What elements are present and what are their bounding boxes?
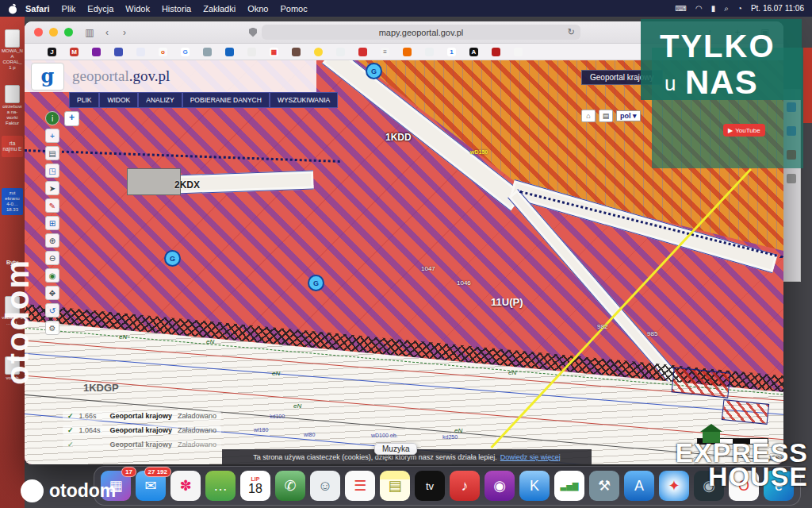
numbers-dock-icon[interactable]: ▃▅▇ [554, 471, 584, 501]
favorite-icon-18[interactable] [425, 48, 434, 56]
info-tool-icon[interactable]: i [45, 111, 59, 125]
history-tool-icon[interactable]: ↺ [45, 303, 59, 318]
favorite-icon-16[interactable]: ≡ [381, 48, 389, 56]
parking-block [127, 168, 181, 195]
privacy-shield-icon[interactable] [249, 28, 257, 37]
site-menu-widok[interactable]: WIDOK [99, 92, 138, 108]
zoom-window-button[interactable] [64, 28, 73, 37]
close-window-button[interactable] [34, 28, 43, 37]
settings-tool-icon[interactable]: ⚙ [45, 321, 59, 335]
app-store-dock-icon[interactable]: A [624, 471, 654, 501]
photos-dock-icon[interactable]: ✽ [170, 471, 201, 501]
menu-edycja[interactable]: Edycja [87, 4, 113, 13]
favorite-icon-3[interactable] [92, 48, 101, 56]
favorite-icon-13[interactable] [314, 48, 323, 56]
contacts-dock-icon[interactable]: ☺ [310, 471, 340, 501]
sidebar-icon[interactable]: ▥ [81, 27, 98, 38]
messages-dock-icon[interactable]: … [205, 471, 236, 501]
favorite-icon-21[interactable] [492, 48, 500, 56]
reload-icon[interactable]: ↻ [568, 27, 575, 37]
search-icon[interactable]: ⌕ [724, 4, 729, 13]
zoom-out-tool-icon[interactable]: ⊖ [45, 251, 59, 265]
layer-load-status: ✓1.064sGeoportal krajowyZaładowano [63, 425, 221, 435]
favorite-icon-5[interactable] [136, 48, 145, 56]
favorite-icon-12[interactable] [292, 48, 301, 56]
menu-pomoc[interactable]: Pomoc [280, 4, 307, 13]
podcasts-dock-icon[interactable]: ◉ [485, 471, 515, 501]
favorite-icon-22[interactable] [514, 48, 523, 56]
favorite-icon-1[interactable]: J [48, 48, 56, 56]
layers-tool-icon[interactable]: ▤ [45, 146, 59, 160]
language-select[interactable]: pol ▾ [616, 110, 641, 121]
notes-dock-icon[interactable]: ▤ [380, 471, 410, 501]
check-icon: ✓ [67, 426, 74, 434]
favorite-icon-2[interactable]: M [70, 48, 79, 56]
favorite-icon-9[interactable] [225, 48, 234, 56]
select-tool-icon[interactable]: ➤ [45, 181, 59, 195]
back-icon[interactable]: ‹ [98, 27, 116, 38]
favorite-icon-17[interactable] [403, 48, 412, 56]
zoom-in-tool-icon[interactable]: ⊕ [45, 233, 59, 248]
cookie-more-link[interactable]: Dowiedz się więcej [500, 453, 561, 461]
battery-icon[interactable]: ▮ [711, 4, 716, 13]
globe-tool-icon[interactable]: ◉ [45, 268, 59, 283]
favorite-icon-14[interactable] [336, 48, 345, 56]
reminders-dock-icon[interactable]: ☰ [345, 471, 375, 501]
favorite-icon-20[interactable]: A [469, 48, 478, 56]
mail-dock-icon[interactable]: ✉27 192 [136, 471, 166, 501]
favorite-icon-7[interactable]: G [181, 48, 190, 56]
facetime-dock-icon[interactable]: ✆ [275, 471, 305, 501]
favorite-icon-4[interactable] [114, 48, 123, 56]
minimize-window-button[interactable] [49, 28, 58, 37]
favorite-icon-10[interactable] [247, 48, 256, 56]
otodom-watermark-logo: otodom [21, 479, 116, 502]
legend-tool-icon[interactable]: ◳ [45, 164, 59, 178]
apple-tv-dock-icon[interactable]: tv [415, 471, 445, 501]
menu-safari[interactable]: Safari [25, 4, 50, 13]
cookie-text: Ta strona używa ciasteczek (cookies), dz… [253, 453, 497, 461]
dock-tooltip: Muzyka [374, 443, 417, 455]
menu-historia[interactable]: Historia [162, 4, 191, 13]
utilities-dock-icon[interactable]: ⚒ [589, 471, 619, 501]
otodom-logo-disc [21, 479, 44, 502]
pan-tool-icon[interactable]: ✥ [45, 286, 59, 300]
menu-widok[interactable]: Widok [125, 4, 150, 13]
desktop-file-1[interactable]: otrzebowa na-worki Faktur [2, 85, 23, 126]
express-house-watermark: EXPRESS HOUSE [675, 441, 808, 489]
music-dock-icon[interactable]: ♪ [450, 471, 480, 501]
site-menu-plik[interactable]: PLIK [69, 92, 99, 108]
check-icon: ✓ [67, 441, 74, 448]
favorite-icon-11[interactable]: ▦ [270, 48, 278, 56]
map-label-en: eN [272, 370, 280, 377]
forward-icon[interactable]: › [116, 27, 133, 38]
map-label-en: eN [454, 427, 462, 434]
menu-okno[interactable]: Okno [247, 4, 268, 13]
site-menu-analizy[interactable]: ANALIZY [138, 92, 182, 108]
site-menu-wyszukiwania[interactable]: WYSZUKIWANIA [270, 92, 338, 108]
site-menu-pobieranie-danych[interactable]: POBIERANIE DANYCH [182, 92, 270, 108]
address-bar[interactable]: mapy.geoportal.gov.pl ↻ [262, 25, 580, 40]
keynote-dock-icon[interactable]: K [519, 471, 550, 501]
otodom-watermark-vertical: otodom [0, 259, 36, 385]
draw-tool-icon[interactable]: ✎ [45, 198, 59, 213]
keyboard-icon[interactable]: ⌨ [676, 4, 687, 13]
menu-zakładki[interactable]: Zakładki [203, 4, 236, 13]
desktop-file-2[interactable]: rta najmu E [2, 136, 23, 157]
zoom-in-button[interactable]: + [64, 111, 79, 126]
desktop-file-3[interactable]: zut ekranu 4-0…18.33 [2, 188, 23, 215]
apple-menu-icon[interactable] [8, 3, 17, 14]
desktop-file-0[interactable]: MOWA_NA CORAL_1 p [2, 29, 23, 71]
print-icon[interactable]: ▤ [599, 110, 613, 122]
calendar-dock-icon[interactable]: LIP18 [240, 471, 270, 501]
home-icon[interactable]: ⌂ [581, 110, 596, 122]
favorite-icon-19[interactable]: 1 [447, 48, 456, 56]
measure-tool-icon[interactable]: ⊞ [45, 216, 59, 230]
menu-plik[interactable]: Plik [62, 4, 76, 13]
add-tool-icon[interactable]: + [45, 129, 59, 143]
favorite-icon-15[interactable] [358, 48, 367, 56]
wifi-icon[interactable]: ◠ [695, 4, 703, 13]
favorite-icon-8[interactable] [203, 48, 212, 56]
control-center-icon[interactable]: ◔ [737, 4, 742, 13]
geoportal-logo[interactable]: g [31, 63, 64, 90]
favorite-icon-6[interactable]: o [159, 48, 167, 56]
